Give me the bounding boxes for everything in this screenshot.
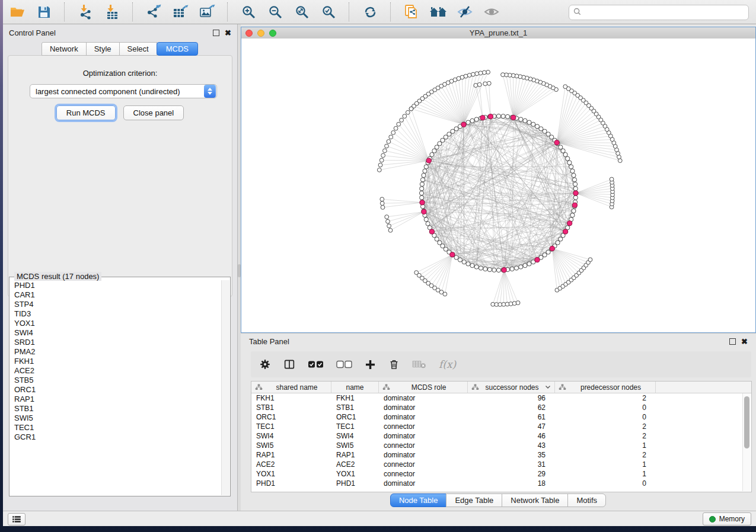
close-table-panel-icon[interactable]: ✖ (741, 338, 748, 345)
cell-shared-name: PHD1 (251, 479, 331, 488)
export-network-icon[interactable] (144, 3, 163, 21)
select-all-rows-icon[interactable] (308, 360, 324, 368)
table-row[interactable]: TEC1TEC1connector472 (251, 422, 751, 431)
table-row[interactable]: PHD1PHD1dominator180 (251, 479, 751, 488)
cell-predecessor-nodes: 1 (555, 470, 656, 478)
hide-selected-icon[interactable] (455, 3, 474, 21)
first-neighbors-icon[interactable] (429, 3, 448, 21)
clone-network-icon[interactable] (402, 3, 421, 21)
column-header-predecessor-nodes[interactable]: predecessor nodes (555, 382, 656, 393)
mcds-result-item[interactable]: YOX1 (14, 319, 222, 328)
delete-column-trash-icon[interactable] (388, 358, 400, 370)
table-settings-gear-icon[interactable] (259, 358, 271, 370)
mcds-result-item[interactable]: GCR1 (14, 432, 222, 442)
open-file-icon[interactable] (8, 3, 27, 21)
export-table-icon[interactable] (171, 3, 190, 21)
float-table-panel-icon[interactable] (729, 338, 736, 345)
table-row[interactable]: YOX1YOX1connector291 (251, 469, 751, 479)
memory-status-dot (709, 516, 716, 523)
refresh-layout-icon[interactable] (361, 3, 379, 21)
table-row[interactable]: FKH1FKH1dominator962 (251, 393, 751, 403)
mcds-result-item[interactable]: SWI4 (14, 328, 222, 338)
add-column-icon[interactable] (365, 359, 376, 370)
cell-MCDS-role: dominator (379, 479, 468, 488)
table-scrollbar-thumb[interactable] (744, 396, 749, 448)
toggle-column-panel-icon[interactable] (283, 358, 295, 370)
mcds-result-item[interactable]: TID3 (14, 309, 222, 319)
zoom-fit-icon[interactable] (292, 3, 311, 21)
network-canvas-svg (241, 39, 755, 332)
table-row[interactable]: RAP1RAP1dominator352 (251, 450, 751, 460)
cell-predecessor-nodes: 0 (555, 479, 656, 488)
mcds-result-item[interactable]: ACE2 (14, 366, 222, 376)
table-scrollbar[interactable] (742, 393, 751, 491)
toolbar-separator (64, 2, 65, 21)
mcds-result-list[interactable]: PHD1CAR1STP4TID3YOX1SWI4SRD1PMA2FKH1ACE2… (10, 281, 222, 495)
mcds-result-item[interactable]: ORC1 (14, 385, 222, 395)
save-session-icon[interactable] (34, 3, 53, 21)
show-all-icon[interactable] (482, 3, 501, 21)
toolbar-separator (390, 2, 391, 21)
table-row[interactable]: ORC1ORC1dominator610 (251, 412, 751, 422)
close-panel-icon[interactable]: ✖ (225, 29, 231, 37)
zoom-in-icon[interactable] (239, 3, 258, 21)
zoom-out-icon[interactable] (266, 3, 285, 21)
tab-network-table[interactable]: Network Table (502, 493, 568, 507)
mcds-result-item[interactable]: SRD1 (14, 338, 222, 347)
table-row[interactable]: SWI5SWI5connector431 (251, 441, 751, 450)
toolbar-separator (227, 2, 228, 21)
cell-name: SWI5 (331, 441, 379, 450)
tab-mcds[interactable]: MCDS (157, 42, 198, 56)
column-header-filler (656, 382, 751, 393)
mcds-result-item[interactable]: PMA2 (14, 347, 222, 357)
network-window-titlebar[interactable]: YPA_prune.txt_1 (241, 27, 755, 39)
node-table-header: shared namenameMCDS rolesuccessor nodesp… (251, 382, 751, 393)
import-network-icon[interactable] (76, 3, 95, 21)
import-table-icon[interactable] (103, 3, 122, 21)
mcds-result-item[interactable]: STB1 (14, 404, 222, 414)
tab-select[interactable]: Select (119, 42, 157, 56)
cell-successor-nodes: 35 (468, 451, 555, 459)
mcds-result-item[interactable]: STP4 (14, 300, 222, 309)
memory-button[interactable]: Memory (703, 512, 751, 525)
cell-successor-nodes: 46 (468, 432, 555, 440)
tab-node-table[interactable]: Node Table (390, 493, 447, 507)
mcds-result-item[interactable]: STB5 (14, 376, 222, 385)
table-row[interactable]: ACE2ACE2connector311 (251, 460, 751, 469)
node-table: shared namenameMCDS rolesuccessor nodesp… (251, 381, 752, 492)
cell-name: SWI4 (331, 432, 379, 440)
table-row[interactable]: STB1STB1dominator620 (251, 403, 751, 412)
column-header-name[interactable]: name (331, 382, 379, 393)
export-image-icon[interactable] (197, 3, 216, 21)
mcds-result-item[interactable]: RAP1 (14, 395, 222, 404)
mcds-result-item[interactable]: PHD1 (14, 281, 222, 290)
criterion-dropdown[interactable]: largest connected component (undirected) (30, 84, 217, 98)
close-panel-button[interactable]: Close panel (123, 105, 184, 120)
main-toolbar (3, 0, 756, 24)
search-input[interactable] (585, 8, 744, 18)
mcds-result-item[interactable]: CAR1 (14, 290, 222, 300)
cell-name: PHD1 (331, 479, 379, 488)
deselect-all-rows-icon[interactable] (336, 360, 352, 368)
column-header-successor-nodes[interactable]: successor nodes (468, 382, 555, 393)
cell-MCDS-role: connector (379, 441, 468, 450)
network-canvas[interactable] (241, 39, 755, 332)
mcds-result-item[interactable]: FKH1 (14, 357, 222, 366)
tab-style[interactable]: Style (86, 42, 120, 56)
column-header-shared-name[interactable]: shared name (251, 382, 331, 393)
mcds-result-item[interactable]: SWI5 (14, 414, 222, 423)
float-panel-icon[interactable] (213, 30, 219, 36)
table-row[interactable]: SWI4SWI4dominator462 (251, 431, 751, 441)
tab-edge-table[interactable]: Edge Table (446, 493, 502, 507)
cell-successor-nodes: 96 (468, 394, 555, 402)
mcds-list-scrollbar[interactable] (221, 280, 229, 495)
memory-label: Memory (719, 515, 745, 523)
search-box[interactable] (569, 5, 749, 20)
mcds-result-item[interactable]: TEC1 (14, 423, 222, 432)
tab-motifs[interactable]: Motifs (567, 493, 606, 507)
tab-network[interactable]: Network (42, 42, 87, 56)
zoom-selected-icon[interactable] (319, 3, 338, 21)
task-history-button[interactable] (8, 513, 25, 525)
column-header-MCDS-role[interactable]: MCDS role (379, 382, 468, 393)
run-mcds-button[interactable]: Run MCDS (56, 105, 116, 120)
